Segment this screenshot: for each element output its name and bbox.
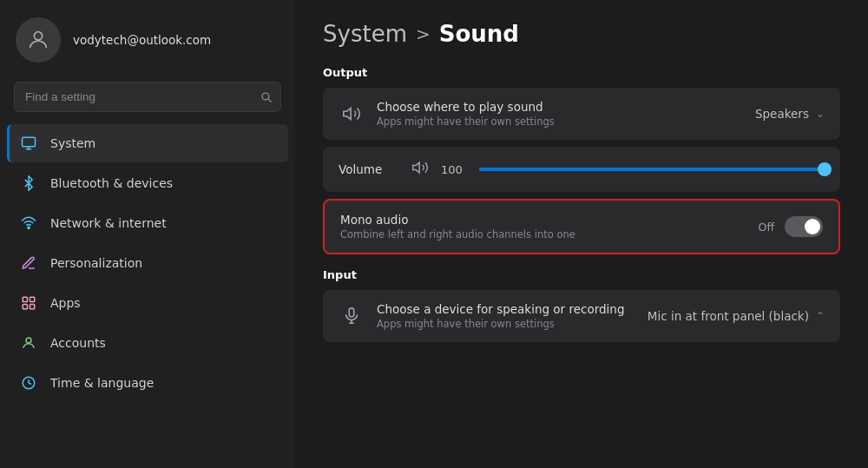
search-icon-button[interactable] (260, 91, 273, 103)
user-section: vodytech@outlook.com (0, 0, 295, 78)
search-input[interactable] (14, 82, 281, 112)
mono-audio-text: Mono audio Combine left and right audio … (340, 213, 746, 241)
volume-value: 100 (441, 163, 467, 176)
network-icon (19, 214, 38, 233)
nav-items: System Bluetooth & devices Network & int… (0, 124, 295, 402)
sidebar-item-system[interactable]: System (7, 124, 288, 162)
sidebar-item-label-time: Time & language (50, 376, 154, 390)
mono-audio-toggle-area[interactable]: Off (759, 216, 823, 237)
choose-sound-title: Choose where to play sound (377, 100, 743, 114)
input-device-card: Choose a device for speaking or recordin… (323, 290, 840, 342)
choose-sound-row[interactable]: Choose where to play sound Apps might ha… (323, 88, 840, 140)
choose-sound-value[interactable]: Speakers ⌄ (755, 107, 825, 121)
chevron-down-icon: ⌄ (816, 108, 825, 120)
mono-audio-card: Mono audio Combine left and right audio … (323, 199, 840, 254)
sidebar-item-label-accounts: Accounts (50, 336, 106, 350)
input-section-title: Input (323, 268, 840, 281)
volume-label: Volume (339, 162, 399, 176)
choose-sound-subtitle: Apps might have their own settings (377, 115, 743, 128)
svg-rect-9 (23, 305, 27, 309)
svg-rect-8 (30, 297, 35, 301)
sidebar-item-label-bluetooth: Bluetooth & devices (50, 176, 173, 190)
mic-device-label: Mic in at front panel (black) (648, 309, 809, 323)
sidebar-item-label-personalization: Personalization (50, 256, 142, 270)
mono-audio-title: Mono audio (340, 213, 746, 227)
svg-rect-7 (23, 297, 27, 301)
volume-slider-track[interactable] (479, 168, 825, 171)
volume-slider-thumb[interactable] (818, 162, 832, 176)
svg-point-11 (26, 338, 31, 343)
choose-input-title: Choose a device for speaking or recordin… (377, 302, 635, 316)
mono-audio-row[interactable]: Mono audio Combine left and right audio … (325, 201, 838, 253)
breadcrumb: System > Sound (323, 21, 840, 47)
mono-audio-subtitle: Combine left and right audio channels in… (340, 228, 746, 241)
breadcrumb-parent: System (323, 21, 407, 47)
svg-point-6 (28, 227, 30, 228)
svg-point-0 (34, 32, 42, 40)
volume-slider-container[interactable] (479, 168, 825, 171)
time-icon (19, 373, 38, 392)
volume-row: Volume 100 (323, 147, 840, 192)
search-box (14, 82, 281, 112)
sidebar-item-apps[interactable]: Apps (7, 284, 288, 322)
sidebar-item-personalization[interactable]: Personalization (7, 244, 288, 282)
sidebar-item-label-network: Network & internet (50, 216, 167, 230)
choose-sound-text: Choose where to play sound Apps might ha… (377, 100, 743, 128)
svg-rect-3 (23, 137, 36, 147)
choose-input-text: Choose a device for speaking or recordin… (377, 302, 635, 330)
sidebar-item-time[interactable]: Time & language (7, 364, 288, 402)
output-device-card: Choose where to play sound Apps might ha… (323, 88, 840, 140)
sidebar-item-bluetooth[interactable]: Bluetooth & devices (7, 164, 288, 202)
bluetooth-icon (19, 174, 38, 193)
volume-icon (411, 159, 429, 180)
speakers-label: Speakers (755, 107, 809, 121)
output-section-title: Output (323, 66, 840, 79)
breadcrumb-separator: > (416, 23, 431, 44)
svg-rect-17 (349, 308, 354, 317)
main-content: System > Sound Output Choose where to pl… (295, 0, 868, 468)
mono-audio-state-label: Off (759, 221, 774, 234)
svg-rect-10 (30, 305, 35, 309)
choose-input-value[interactable]: Mic in at front panel (black) ⌃ (648, 309, 825, 323)
sidebar-item-label-system: System (50, 136, 95, 150)
svg-line-14 (29, 383, 31, 385)
svg-marker-16 (413, 162, 420, 173)
svg-point-1 (262, 93, 269, 100)
breadcrumb-current: Sound (439, 21, 519, 47)
sidebar-item-network[interactable]: Network & internet (7, 204, 288, 242)
volume-slider-fill (479, 168, 825, 171)
speaker-icon (339, 101, 365, 127)
sidebar: vodytech@outlook.com System (0, 0, 295, 468)
choose-input-subtitle: Apps might have their own settings (377, 318, 635, 330)
chevron-up-icon: ⌃ (816, 310, 825, 322)
sidebar-item-accounts[interactable]: Accounts (7, 324, 288, 362)
sidebar-item-label-apps: Apps (50, 296, 81, 310)
choose-input-row[interactable]: Choose a device for speaking or recordin… (323, 290, 840, 342)
system-icon (19, 134, 38, 153)
mono-audio-toggle[interactable] (785, 216, 823, 237)
mic-icon (339, 303, 365, 329)
avatar (16, 17, 61, 63)
accounts-icon (19, 333, 38, 353)
toggle-thumb (805, 219, 820, 234)
apps-icon (19, 293, 38, 313)
svg-marker-15 (344, 109, 351, 120)
personalization-icon (19, 254, 38, 273)
svg-line-2 (268, 99, 272, 102)
user-email: vodytech@outlook.com (73, 33, 211, 47)
